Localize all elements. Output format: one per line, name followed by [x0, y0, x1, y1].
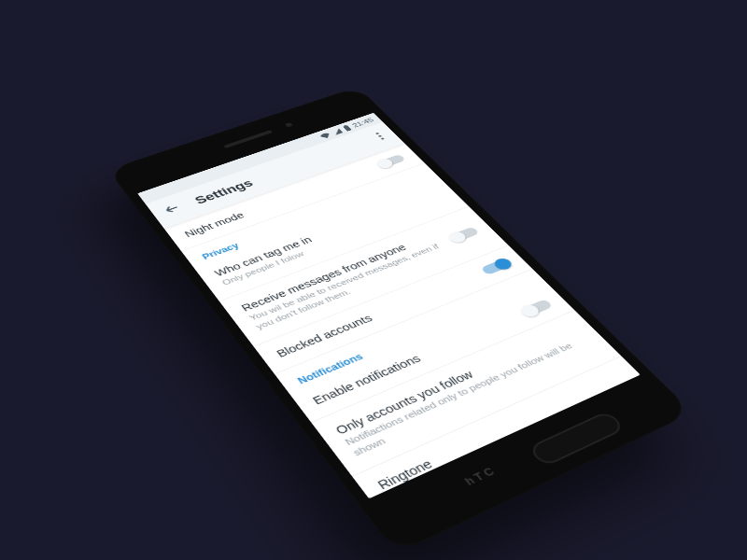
- enable-notifications-toggle[interactable]: [520, 299, 553, 317]
- wifi-icon: [318, 132, 332, 140]
- back-icon[interactable]: [160, 201, 187, 218]
- phone-brand: hTC: [462, 465, 500, 488]
- earpiece: [223, 130, 273, 148]
- night-mode-toggle[interactable]: [376, 154, 405, 169]
- svg-point-2: [381, 137, 385, 139]
- phone-frame: 21:45 Settings Night mode Privacy: [107, 87, 693, 554]
- svg-point-0: [375, 133, 379, 134]
- battery-icon: [342, 124, 352, 132]
- receive-messages-toggle[interactable]: [449, 227, 480, 244]
- screen: 21:45 Settings Night mode Privacy: [137, 113, 641, 498]
- signal-icon: [331, 128, 344, 135]
- svg-point-1: [378, 135, 382, 137]
- blocked-accounts-toggle[interactable]: [480, 258, 512, 274]
- sensor-dot: [285, 122, 294, 128]
